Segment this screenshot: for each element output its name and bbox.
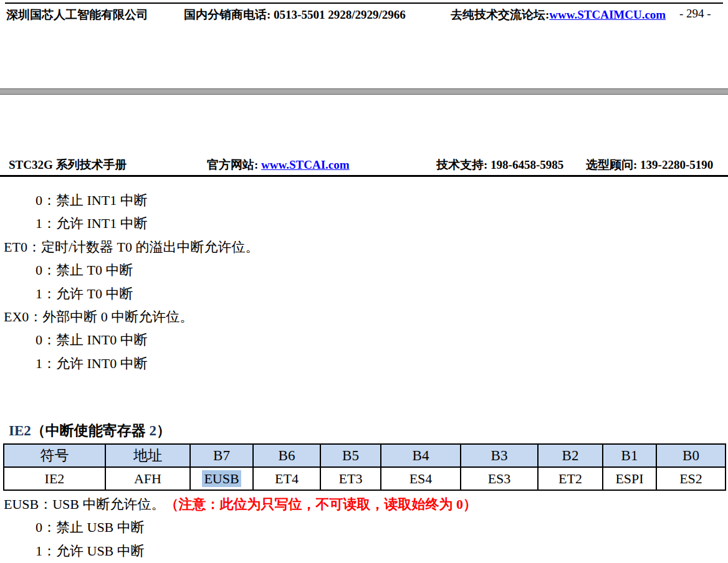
page-number: - 294 -	[679, 7, 711, 21]
header-cell-b3: B3	[461, 444, 538, 467]
cell-et2: ET2	[538, 467, 603, 490]
eusb-description-line: EUSB：USB 中断允许位。（注意：此位为只写位，不可读取，读取始终为 0）	[4, 493, 726, 516]
header-cell-b1: B1	[603, 444, 656, 467]
text-line: 1：允许 INT0 中断	[4, 352, 721, 375]
table-header-row: 符号 地址 B7 B6 B5 B4 B3 B2 B1 B0	[4, 444, 726, 467]
site-label: 官方网站:	[207, 158, 261, 171]
cell-es2: ES2	[656, 467, 726, 490]
previous-page-footer: 深圳国芯人工智能有限公司 国内分销商电话: 0513-5501 2928/292…	[0, 7, 728, 24]
pdf-page-view: 深圳国芯人工智能有限公司 国内分销商电话: 0513-5501 2928/292…	[0, 0, 728, 563]
text-line: 0：禁止 INT0 中断	[4, 328, 721, 351]
register-name: IE2	[9, 423, 31, 438]
header-divider-line	[0, 175, 728, 177]
header-cell-symbol: 符号	[4, 444, 105, 467]
cell-es4: ES4	[381, 467, 461, 490]
forum-label: 去纯技术交流论坛:	[451, 8, 549, 21]
cell-symbol: IE2	[4, 467, 105, 490]
header-cell-b4: B4	[381, 444, 461, 467]
selected-text-eusb[interactable]: EUSB	[202, 470, 241, 487]
text-line: 1：允许 INT1 中断	[4, 212, 721, 235]
official-site-link[interactable]: www.STCAI.com	[261, 158, 349, 171]
footer-divider-line	[5, 2, 723, 4]
cell-et4: ET4	[253, 467, 320, 490]
company-name: 深圳国芯人工智能有限公司	[6, 7, 148, 23]
cell-eusb: EUSB	[190, 467, 253, 490]
header-cell-b6: B6	[253, 444, 320, 467]
text-line: ET0：定时/计数器 T0 的溢出中断允许位。	[4, 235, 721, 258]
header-cell-b0: B0	[656, 444, 726, 467]
text-line: 1：允许 T0 中断	[4, 282, 721, 305]
text-line: 0：禁止 USB 中断	[4, 516, 726, 539]
cell-es3: ES3	[461, 467, 538, 490]
heading-open: （中断使能寄存器	[31, 423, 150, 438]
write-only-warning: （注意：此位为只写位，不可读取，读取始终为 0）	[165, 496, 477, 512]
distributor-phone: 国内分销商电话: 0513-5501 2928/2929/2966	[184, 7, 406, 23]
forum-link[interactable]: www.STCAIMCU.com	[549, 8, 666, 21]
official-site-line: 官方网站: www.STCAI.com	[207, 157, 350, 173]
text-line: 0：禁止 T0 中断	[4, 258, 721, 282]
page-separator-bar	[0, 88, 728, 95]
interrupt-description-text: 0：禁止 INT1 中断 1：允许 INT1 中断 ET0：定时/计数器 T0 …	[4, 189, 721, 375]
eusb-label: EUSB：USB 中断允许位。	[4, 496, 165, 512]
heading-number: 2	[150, 423, 157, 438]
manual-title: STC32G 系列技术手册	[9, 157, 127, 173]
tech-support: 技术支持: 198-6458-5985	[436, 157, 563, 173]
eusb-description-block: EUSB：USB 中断允许位。（注意：此位为只写位，不可读取，读取始终为 0） …	[4, 493, 726, 562]
text-line: EX0：外部中断 0 中断允许位。	[4, 305, 721, 328]
ie2-register-table: 符号 地址 B7 B6 B5 B4 B3 B2 B1 B0 IE2 AFH EU…	[3, 443, 726, 491]
header-cell-address: 地址	[105, 444, 190, 467]
header-cell-b7: B7	[190, 444, 253, 467]
forum-line: 去纯技术交流论坛:www.STCAIMCU.com	[451, 7, 666, 23]
header-cell-b5: B5	[320, 444, 381, 467]
heading-close: ）	[156, 423, 171, 438]
header-cell-b2: B2	[538, 444, 603, 467]
text-line: 0：禁止 INT1 中断	[4, 189, 721, 212]
cell-address: AFH	[105, 467, 190, 490]
table-data-row: IE2 AFH EUSB ET4 ET3 ES4 ES3 ET2 ESPI ES…	[4, 467, 726, 490]
selection-advisor: 选型顾问: 139-2280-5190	[586, 157, 713, 173]
ie2-section-heading: IE2（中断使能寄存器 2）	[9, 421, 171, 440]
cell-et3: ET3	[320, 467, 381, 490]
cell-espi: ESPI	[603, 467, 656, 490]
text-line: 1：允许 USB 中断	[4, 539, 726, 562]
page-header: STC32G 系列技术手册 官方网站: www.STCAI.com 技术支持: …	[0, 157, 728, 174]
